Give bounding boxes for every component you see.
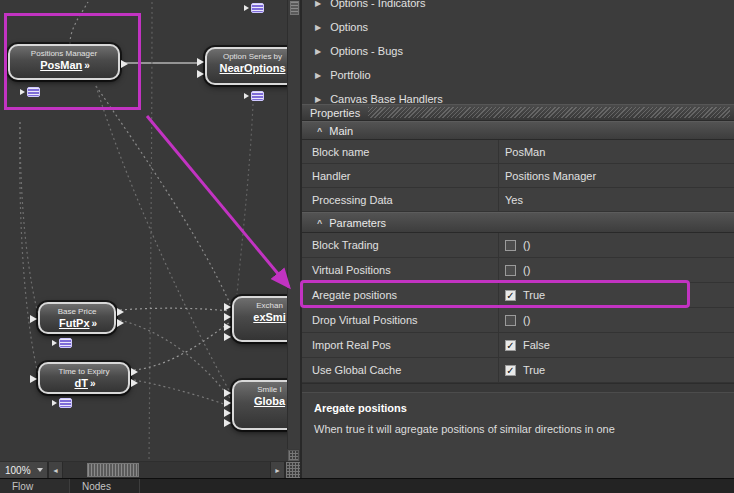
tree-item-portfolio[interactable]: ▶ Portfolio: [302, 63, 734, 87]
chevron-icon: »: [90, 378, 94, 389]
node-title: Option Series by: [207, 52, 298, 61]
tree-item-canvas-base-handlers[interactable]: ▶ Canvas Base Handlers: [302, 87, 734, 104]
grid-button[interactable]: [285, 462, 300, 478]
node-time-to-expiry[interactable]: Time to Expiry dT»: [38, 362, 130, 394]
input-connector-icon[interactable]: [30, 375, 37, 383]
checkbox[interactable]: [505, 240, 516, 251]
status-bar: Flow Nodes: [0, 478, 734, 493]
property-value[interactable]: True: [523, 289, 545, 301]
input-connector-icon[interactable]: [224, 399, 231, 407]
input-connector-icon[interactable]: [224, 409, 231, 417]
tree-item-options-bugs[interactable]: ▶ Options - Bugs: [302, 39, 734, 63]
output-connector-icon[interactable]: [131, 379, 138, 387]
data-list-icon: [251, 91, 264, 101]
output-connector-icon[interactable]: [121, 60, 128, 68]
input-connector-icon[interactable]: [224, 323, 231, 331]
right-panel: ▶ Options - Indicators ▶ Options ▶ Optio…: [300, 0, 734, 478]
input-connector-icon[interactable]: [197, 58, 204, 66]
tab-flow[interactable]: Flow: [0, 479, 70, 493]
node-positions-manager[interactable]: Positions Manager PosMan»: [8, 44, 120, 80]
properties-title: Properties: [302, 107, 368, 119]
checkbox[interactable]: ✓: [505, 340, 516, 351]
output-connector-icon[interactable]: [117, 319, 124, 327]
input-connector-icon[interactable]: [224, 389, 231, 397]
collapse-icon[interactable]: ^: [317, 218, 322, 228]
expand-arrow-icon[interactable]: ▶: [315, 71, 321, 80]
section-main[interactable]: ^ Main: [302, 121, 734, 140]
scroll-left-button[interactable]: ◄: [48, 462, 63, 478]
property-value[interactable]: (): [523, 239, 530, 251]
input-connector-icon[interactable]: [224, 419, 231, 427]
section-parameters[interactable]: ^ Parameters: [302, 212, 734, 233]
data-list-icon: [59, 338, 72, 348]
description-text: When true it will agregate positions of …: [314, 423, 722, 435]
canvas-overview-button[interactable]: [288, 450, 299, 461]
node-title: Time to Expiry: [40, 367, 128, 376]
horizontal-scrollbar-thumb[interactable]: [87, 463, 139, 477]
property-value[interactable]: PosMan: [499, 140, 734, 163]
data-list-icon: [251, 3, 264, 13]
property-value[interactable]: Yes: [499, 188, 734, 211]
input-connector-icon[interactable]: [30, 315, 37, 323]
property-row-processing-data: Processing Data Yes: [302, 188, 734, 212]
expand-arrow-icon[interactable]: ▶: [315, 0, 321, 8]
node-near-options[interactable]: Option Series by NearOptions: [205, 47, 300, 85]
checkbox[interactable]: ✓: [505, 290, 516, 301]
output-connector-icon[interactable]: [117, 308, 124, 316]
checkbox[interactable]: ✓: [505, 365, 516, 376]
property-row-block-trading: Block Trading (): [302, 233, 734, 258]
tree-item-options[interactable]: ▶ Options: [302, 15, 734, 39]
input-connector-icon[interactable]: [224, 333, 231, 341]
chevron-icon: »: [84, 60, 88, 71]
vertical-scrollbar[interactable]: [287, 0, 300, 449]
property-value[interactable]: False: [523, 339, 550, 351]
expand-arrow-icon[interactable]: ▶: [315, 47, 321, 56]
property-value[interactable]: Positions Manager: [499, 164, 734, 187]
data-list-icon: [27, 87, 40, 97]
expand-arrow-icon[interactable]: ▶: [315, 23, 321, 32]
property-value[interactable]: True: [523, 364, 545, 376]
property-row-virtual-positions: Virtual Positions (): [302, 258, 734, 283]
expand-arrow-icon[interactable]: ▶: [315, 95, 321, 104]
canvas-bottom-bar: 100% ◄ ►: [0, 461, 300, 478]
input-connector-icon[interactable]: [224, 303, 231, 311]
node-label: NearOptions: [207, 62, 298, 74]
node-label: PosMan»: [10, 59, 118, 71]
connector-arrow-icon: [244, 5, 249, 11]
node-data-icon[interactable]: [20, 87, 40, 97]
property-row-aregate-positions: Aregate positions ✓ True: [302, 283, 734, 308]
property-value[interactable]: (): [523, 264, 530, 276]
input-connector-icon[interactable]: [224, 313, 231, 321]
node-label: FutPx»: [40, 317, 114, 329]
zoom-select[interactable]: 100%: [0, 462, 48, 478]
node-data-icon[interactable]: [244, 91, 264, 101]
collapse-icon[interactable]: ^: [317, 126, 322, 136]
connector-arrow-icon: [244, 93, 249, 99]
input-connector-icon[interactable]: [197, 70, 204, 78]
node-data-icon[interactable]: [244, 3, 264, 13]
tab-nodes[interactable]: Nodes: [70, 479, 140, 493]
scroll-right-button[interactable]: ►: [270, 462, 285, 478]
handler-tree: ▶ Options - Indicators ▶ Options ▶ Optio…: [302, 0, 734, 104]
connector-arrow-icon: [20, 89, 25, 95]
output-connector-icon[interactable]: [131, 368, 138, 376]
node-data-icon[interactable]: [52, 338, 72, 348]
vertical-scrollbar-thumb[interactable]: [290, 1, 299, 15]
property-value[interactable]: (): [523, 314, 530, 326]
property-row-drop-virtual-positions: Drop Virtual Positions (): [302, 308, 734, 333]
zoom-value: 100%: [5, 465, 31, 476]
horizontal-scrollbar[interactable]: [63, 462, 270, 478]
checkbox[interactable]: [505, 265, 516, 276]
node-canvas[interactable]: Positions Manager PosMan» Option Series …: [0, 0, 300, 478]
property-row-block-name: Block name PosMan: [302, 140, 734, 164]
property-description: Aregate positions When true it will agre…: [302, 393, 734, 472]
properties-header: Properties: [302, 104, 734, 121]
data-list-icon: [59, 398, 72, 408]
header-hatch-texture: [368, 107, 730, 118]
checkbox[interactable]: [505, 315, 516, 326]
property-row-handler: Handler Positions Manager: [302, 164, 734, 188]
tree-item-options-indicators[interactable]: ▶ Options - Indicators: [302, 0, 734, 15]
description-title: Aregate positions: [314, 402, 722, 414]
node-base-price[interactable]: Base Price FutPx»: [38, 302, 116, 334]
node-data-icon[interactable]: [52, 398, 72, 408]
